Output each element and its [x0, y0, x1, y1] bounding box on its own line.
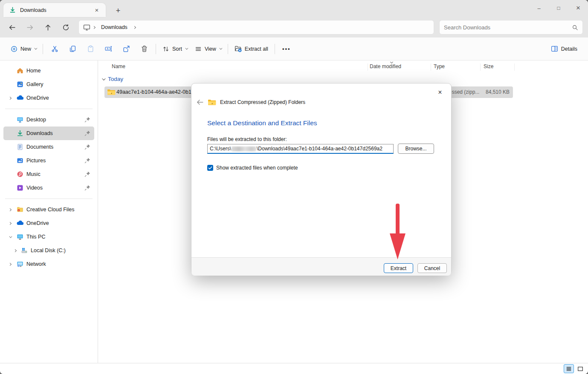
collapse-chevron-icon[interactable] [7, 236, 13, 238]
delete-button[interactable] [135, 41, 153, 57]
breadcrumb-downloads[interactable]: Downloads [98, 24, 131, 30]
sidebar-item-this-pc[interactable]: This PC [3, 230, 94, 244]
sort-button[interactable]: Sort [159, 41, 191, 57]
new-tab-button[interactable]: + [113, 6, 124, 16]
cancel-button[interactable]: Cancel [417, 263, 447, 273]
sort-button-label: Sort [172, 46, 182, 52]
expand-chevron-icon[interactable] [12, 250, 18, 252]
search-icon[interactable] [572, 24, 578, 31]
column-separator[interactable] [431, 63, 431, 71]
paste-icon [87, 45, 94, 52]
maximize-button[interactable]: □ [549, 0, 568, 16]
large-icons-view-toggle[interactable] [575, 364, 585, 373]
window-close-button[interactable]: × [568, 0, 588, 16]
sidebar-item-music[interactable]: Music [3, 167, 94, 181]
sidebar-item-label: Creative Cloud Files [26, 207, 75, 213]
sidebar-item-onedrive[interactable]: OneDrive [3, 91, 94, 105]
sidebar-item-pictures[interactable]: Pictures [3, 154, 94, 167]
this-pc-icon [83, 24, 90, 31]
back-button[interactable] [3, 20, 20, 35]
path-suffix: \Downloads\49aac7e1-b104-464a-ae42-0b147… [257, 146, 382, 152]
plus-circle-icon [11, 46, 17, 52]
desktop-icon [16, 116, 24, 124]
details-view-toggle[interactable] [564, 364, 574, 373]
new-button[interactable]: New [7, 41, 40, 57]
back-icon [9, 24, 16, 31]
extract-all-button[interactable]: Extract all [231, 41, 272, 57]
sidebar-item-desktop[interactable]: Desktop [3, 113, 94, 127]
up-button[interactable] [39, 20, 56, 35]
tab-downloads[interactable]: Downloads × [3, 3, 106, 17]
share-button[interactable] [117, 41, 135, 57]
sidebar-item-documents[interactable]: Documents [3, 140, 94, 154]
show-files-checkbox-row[interactable]: Show extracted files when complete [207, 165, 298, 171]
this-pc-icon [16, 233, 24, 241]
command-toolbar: New A Sort View [0, 37, 588, 60]
sidebar-item-label: This PC [26, 234, 45, 240]
sidebar-item-home[interactable]: Home [3, 64, 94, 78]
expand-chevron-icon[interactable] [7, 222, 13, 224]
sidebar-item-gallery[interactable]: Gallery [3, 78, 94, 91]
column-header-name[interactable]: Name [112, 63, 125, 69]
toolbar-separator [156, 44, 156, 54]
share-icon [123, 45, 130, 52]
file-explorer-window: Downloads × + – □ × Downloads [0, 0, 588, 374]
network-icon [16, 260, 24, 268]
refresh-icon [62, 24, 70, 31]
file-size: 84,510 KB [477, 89, 510, 95]
cut-button[interactable] [46, 41, 64, 57]
view-button[interactable]: View [191, 41, 225, 57]
rename-button[interactable]: A [99, 41, 117, 57]
creative-cloud-folder-icon [16, 206, 24, 213]
tab-close-icon[interactable]: × [91, 5, 102, 15]
details-label: Details [561, 46, 577, 52]
pin-icon [84, 184, 91, 191]
sidebar-item-downloads[interactable]: Downloads [3, 127, 94, 140]
checkbox-checked-icon[interactable] [207, 165, 213, 171]
status-bar [0, 363, 588, 374]
details-pane-button[interactable]: Details [547, 41, 581, 57]
pin-icon [84, 144, 91, 150]
forward-icon [26, 24, 34, 31]
expand-chevron-icon[interactable] [7, 97, 13, 99]
sidebar-item-network[interactable]: Network [3, 257, 94, 271]
dialog-close-button[interactable]: × [434, 87, 446, 98]
trash-icon [141, 45, 148, 52]
dialog-heading: Select a Destination and Extract Files [207, 119, 317, 127]
sidebar-item-local-disk-c[interactable]: Local Disk (C:) [3, 244, 94, 257]
group-collapse-chevron-icon[interactable] [102, 77, 105, 80]
checkbox-label: Show extracted files when complete [216, 165, 298, 171]
breadcrumb-chevron-icon [133, 26, 136, 29]
sidebar-item-onedrive-tree[interactable]: OneDrive [3, 216, 94, 230]
column-header-size[interactable]: Size [484, 63, 493, 69]
sidebar-item-creative-cloud-files[interactable]: Creative Cloud Files [3, 203, 94, 216]
forward-button[interactable] [21, 20, 38, 35]
expand-chevron-icon[interactable] [7, 263, 13, 265]
breadcrumb-chevron-icon [93, 26, 96, 29]
column-separator[interactable] [480, 63, 481, 71]
expand-chevron-icon[interactable] [7, 209, 13, 211]
minimize-button[interactable]: – [529, 0, 549, 16]
sidebar-item-label: Gallery [26, 81, 43, 87]
copy-button[interactable] [64, 41, 81, 57]
destination-path-input[interactable]: C:\Users\\Downloads\49aac7e1-b104-464a-a… [207, 144, 394, 154]
extract-button[interactable]: Extract [384, 263, 413, 273]
address-bar[interactable]: Downloads [78, 20, 434, 35]
paste-button[interactable] [81, 41, 99, 57]
pin-icon [84, 157, 91, 164]
dialog-back-icon[interactable] [196, 98, 204, 106]
column-separator[interactable] [514, 63, 515, 71]
dialog-footer: Extract Cancel [191, 257, 451, 276]
group-header-today[interactable]: Today [102, 76, 123, 82]
chevron-down-icon [34, 47, 37, 50]
chevron-down-icon [219, 47, 222, 50]
sidebar-item-videos[interactable]: Videos [3, 181, 94, 195]
search-input[interactable] [444, 24, 572, 31]
column-header-date-modified[interactable]: Date modified [370, 63, 401, 69]
column-header-type[interactable]: Type [434, 63, 445, 69]
browse-button[interactable]: Browse... [398, 144, 434, 154]
column-separator[interactable] [368, 63, 368, 71]
more-options-button[interactable]: ••• [278, 41, 295, 57]
sidebar-item-label: Music [26, 171, 41, 177]
refresh-button[interactable] [57, 20, 74, 35]
